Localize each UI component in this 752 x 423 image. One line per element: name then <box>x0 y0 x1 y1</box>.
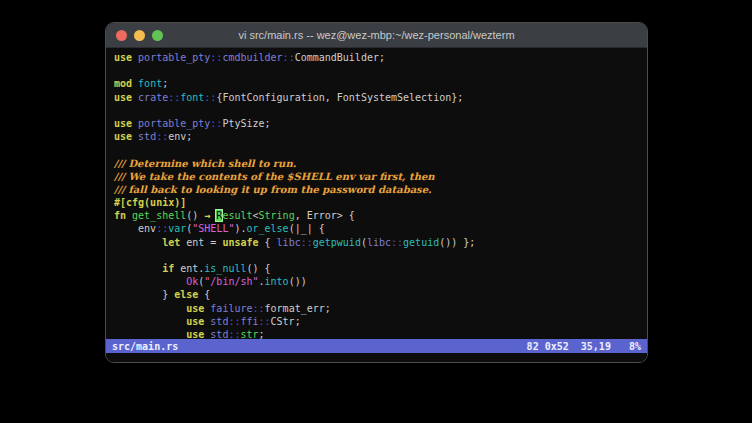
code-token: into <box>265 276 289 287</box>
code-token: PtySize; <box>222 118 270 129</box>
code-token: :: <box>210 52 222 63</box>
code-token: var <box>168 223 186 234</box>
code-token: mod <box>114 78 138 89</box>
code-token: :: <box>210 118 222 129</box>
code-token: libc <box>367 237 391 248</box>
code-token: font <box>138 78 162 89</box>
code-token: () { <box>246 263 270 274</box>
code-token: String <box>259 210 295 221</box>
code-token: { <box>204 289 210 300</box>
code-token: {FontConfiguration, FontSystemSelection}… <box>216 92 463 103</box>
window-title: vi src/main.rs -- wez@wez-mbp:~/wez-pers… <box>238 29 514 41</box>
code-token: portable_pty <box>138 118 210 129</box>
code-line: use crate::font::{FontConfiguration, Fon… <box>114 91 647 104</box>
code-token: , Error> { <box>295 210 355 221</box>
code-line: use portable_pty::PtySize; <box>114 117 647 130</box>
code-token: #[cfg(unix)] <box>114 197 186 208</box>
code-token: :: <box>228 329 240 339</box>
code-token: :: <box>204 92 216 103</box>
code-token: if <box>162 263 180 274</box>
code-token: ()) <box>289 276 307 287</box>
terminal-window: vi src/main.rs -- wez@wez-mbp:~/wez-pers… <box>105 22 648 363</box>
code-token: CStr; <box>271 316 301 327</box>
code-token: use <box>114 92 138 103</box>
code-token: :: <box>253 303 265 314</box>
code-token: "/bin/sh" <box>204 276 258 287</box>
code-area[interactable]: use portable_pty::cmdbuilder::CommandBui… <box>106 48 647 339</box>
code-token: or_else <box>247 223 289 234</box>
code-token: ent. <box>180 263 204 274</box>
code-token: :: <box>156 223 168 234</box>
code-line: /// We take the contents of the $SHELL e… <box>114 170 647 183</box>
code-token: ()) }; <box>439 237 475 248</box>
window-titlebar[interactable]: vi src/main.rs -- wez@wez-mbp:~/wez-pers… <box>106 23 647 48</box>
code-token: use <box>186 329 210 339</box>
code-token: → <box>204 210 216 221</box>
code-token: cmdbuilder <box>222 52 282 63</box>
minimize-button[interactable] <box>134 30 145 41</box>
code-token: :: <box>168 92 180 103</box>
code-token: fn <box>114 210 132 221</box>
code-token: format_err; <box>265 303 331 314</box>
code-token: getuid <box>403 237 439 248</box>
code-token: portable_pty <box>138 52 210 63</box>
code-token: let <box>162 237 186 248</box>
code-token: :: <box>283 52 295 63</box>
code-token: use <box>186 303 210 314</box>
code-line: use std::env; <box>114 130 647 143</box>
code-token: { <box>265 237 277 248</box>
zoom-button[interactable] <box>152 30 163 41</box>
close-button[interactable] <box>116 30 127 41</box>
code-line: Ok("/bin/sh".into()) <box>114 275 647 288</box>
code-token: failure <box>210 303 252 314</box>
code-line: use failure::format_err; <box>114 302 647 315</box>
code-token: /// We take the contents of the $SHELL e… <box>114 171 435 182</box>
code-token: ; <box>162 78 168 89</box>
code-line <box>114 143 647 156</box>
code-token: is_null <box>204 263 246 274</box>
code-token: } <box>114 289 174 300</box>
code-line: if ent.is_null() { <box>114 262 647 275</box>
code-line: env::var("SHELL").or_else(|_| { <box>114 222 647 235</box>
statusline-filename: src/main.rs <box>112 341 178 352</box>
desktop-background: vi src/main.rs -- wez@wez-mbp:~/wez-pers… <box>0 0 752 423</box>
code-token: font <box>180 92 204 103</box>
code-line: fn get_shell() → Result<String, Error> { <box>114 209 647 222</box>
vim-command-line <box>106 353 647 363</box>
code-token: /// fall back to looking it up from the … <box>114 184 432 195</box>
code-line: } else { <box>114 288 647 301</box>
code-token: std <box>138 131 156 142</box>
code-token: getpwuid <box>313 237 361 248</box>
code-line <box>114 64 647 77</box>
code-token: esult <box>222 210 252 221</box>
code-token: ffi <box>240 316 258 327</box>
code-token: :: <box>156 131 168 142</box>
code-token: else <box>174 289 204 300</box>
code-token <box>114 303 186 314</box>
code-token: use <box>114 118 138 129</box>
code-token: use <box>114 52 138 63</box>
code-token: libc <box>277 237 301 248</box>
code-line <box>114 249 647 262</box>
code-token: :: <box>391 237 403 248</box>
code-line: use portable_pty::cmdbuilder::CommandBui… <box>114 51 647 64</box>
vim-statusline: src/main.rs 82 0x52 35,19 8% <box>106 339 647 353</box>
code-line: mod font; <box>114 77 647 90</box>
code-token: :: <box>301 237 313 248</box>
code-line: use std::ffi::CStr; <box>114 315 647 328</box>
code-line: #[cfg(unix)] <box>114 196 647 209</box>
code-line: /// Determine which shell to run. <box>114 157 647 170</box>
code-token <box>114 276 186 287</box>
code-token <box>114 237 162 248</box>
code-token: Ok <box>186 276 198 287</box>
code-token: str <box>240 329 258 339</box>
code-token: get_shell <box>132 210 186 221</box>
code-token: /// Determine which shell to run. <box>114 158 296 169</box>
code-token: crate <box>138 92 168 103</box>
code-token: std <box>210 329 228 339</box>
code-token: () <box>186 210 204 221</box>
statusline-position: 82 0x52 35,19 8% <box>527 341 641 352</box>
code-line: let ent = unsafe { libc::getpwuid(libc::… <box>114 236 647 249</box>
code-token <box>114 329 186 339</box>
code-token: env; <box>168 131 192 142</box>
